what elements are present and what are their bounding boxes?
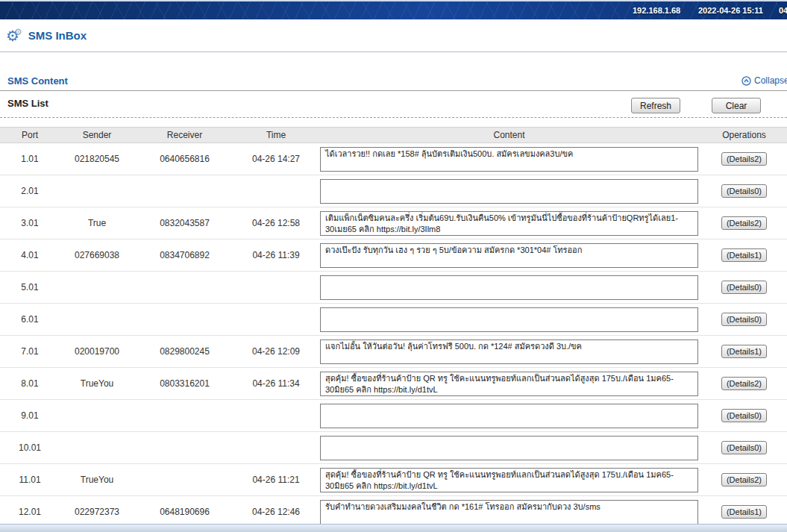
topbar-datetime: 2022-04-26 15:11 <box>698 6 763 15</box>
table-row: 9.01 (Details0) <box>0 400 787 432</box>
table-row: 6.01 (Details0) <box>0 304 787 336</box>
table-row: 8.01 TrueYou 0803316201 04-26 11:34 สุดค… <box>0 368 787 400</box>
cell-port: 12.01 <box>0 507 60 517</box>
cell-time: 04-26 12:46 <box>235 507 317 517</box>
col-header-operations: Operations <box>701 130 787 140</box>
cell-operations: (Details1) <box>701 248 787 262</box>
cell-operations: (Details2) <box>701 377 787 390</box>
details-button[interactable]: (Details0) <box>721 313 767 326</box>
cell-content <box>317 404 701 428</box>
cell-port: 8.01 <box>0 378 60 389</box>
device-ip: 192.168.1.68 <box>633 6 680 15</box>
details-button[interactable]: (Details0) <box>721 281 767 294</box>
cell-content: ดวงเป๊ะปัง รับทุกวัน เฮง ๆ รวย ๆ 5บ/ข้อค… <box>317 243 701 268</box>
cell-port: 9.01 <box>0 410 60 421</box>
details-button[interactable]: (Details1) <box>721 248 767 262</box>
col-header-sender: Sender <box>60 130 134 140</box>
details-button[interactable]: (Details0) <box>721 441 767 454</box>
cell-content: เติมแพ็กเน็ตซิมคนละครึ่ง เริ่มต้น69บ.รับ… <box>317 211 701 236</box>
clear-button[interactable]: Clear <box>712 98 761 113</box>
details-button[interactable]: (Details0) <box>721 409 767 422</box>
details-button[interactable]: (Details2) <box>721 216 767 230</box>
sms-list-title: SMS List <box>7 98 48 109</box>
cell-port: 10.01 <box>0 442 60 453</box>
sms-table-header: Port Sender Receiver Time Content Operat… <box>0 127 787 143</box>
details-button[interactable]: (Details0) <box>721 184 767 198</box>
cell-receiver: 0648190696 <box>134 507 235 517</box>
refresh-button[interactable]: Refresh <box>631 98 680 113</box>
cell-sender: TrueYou <box>60 475 134 485</box>
cell-time: 04-26 12:09 <box>235 346 317 357</box>
table-row: 1.01 021820545 0640656816 04-26 14:27 ได… <box>0 143 787 175</box>
cell-receiver: 0832043587 <box>134 218 235 228</box>
cell-sender: 022972373 <box>60 507 134 517</box>
cell-operations: (Details0) <box>701 184 787 198</box>
sms-content-box: สุดคุ้ม! ซื้อของที่ร้านค้าป้าย QR ทรู ใช… <box>320 372 698 396</box>
cell-port: 11.01 <box>0 475 60 485</box>
cell-operations: (Details2) <box>701 473 787 486</box>
col-header-receiver: Receiver <box>134 130 235 140</box>
cell-time: 04-26 11:34 <box>235 378 317 389</box>
page-title: SMS InBox <box>28 29 87 42</box>
col-header-port: Port <box>0 130 60 140</box>
collapse-circle-up-icon <box>741 76 751 86</box>
cell-sender: 027669038 <box>60 250 134 260</box>
details-button[interactable]: (Details1) <box>721 505 767 519</box>
sms-list-toolbar: SMS List Refresh Clear <box>0 91 787 118</box>
table-row: 4.01 027669038 0834706892 04-26 11:39 ดว… <box>0 240 787 272</box>
sms-content-box: แจกไม่อั้น ให้วันต่อวัน! ลุ้นค่าโทรฟรี 5… <box>320 339 698 364</box>
cell-time: 04-26 12:58 <box>235 218 317 228</box>
cell-port: 7.01 <box>0 346 60 357</box>
topbar-clipped-text: 04 <box>779 6 787 15</box>
topbar: 192.168.1.68 2022-04-26 15:11 04 <box>0 0 787 19</box>
cell-content <box>317 436 701 460</box>
cell-content: รับคำทำนายดวงเสริมมงคลในชีวิต กด *161# โ… <box>317 500 701 525</box>
cell-sender: 021820545 <box>60 154 134 164</box>
sms-table: Port Sender Receiver Time Content Operat… <box>0 127 787 528</box>
cell-port: 5.01 <box>0 282 60 292</box>
cell-operations: (Details1) <box>701 345 787 358</box>
cell-operations: (Details0) <box>701 441 787 454</box>
table-row: 5.01 (Details0) <box>0 272 787 304</box>
cell-receiver: 0640656816 <box>134 154 235 164</box>
details-button[interactable]: (Details2) <box>721 473 767 486</box>
sms-content-box <box>320 307 698 332</box>
collapse-link[interactable]: Collapse <box>741 75 787 86</box>
page-header: ⚙⚙ SMS InBox <box>0 19 787 52</box>
cell-content: สุดคุ้ม! ซื้อของที่ร้านค้าป้าย QR ทรู ใช… <box>317 468 701 492</box>
details-button[interactable]: (Details2) <box>721 152 767 166</box>
cell-sender: TrueYou <box>60 378 134 389</box>
table-row: 3.01 True 0832043587 04-26 12:58 เติมแพ็… <box>0 207 787 240</box>
cell-operations: (Details0) <box>701 313 787 326</box>
cell-port: 3.01 <box>0 218 60 228</box>
sms-content-title: SMS Content <box>7 75 68 87</box>
cell-content <box>317 307 701 332</box>
cell-port: 2.01 <box>0 186 60 196</box>
cell-receiver: 0803316201 <box>134 378 235 389</box>
cell-port: 4.01 <box>0 250 60 260</box>
sms-content-section-header: SMS Content Collapse <box>0 74 787 91</box>
cell-operations: (Details0) <box>701 409 787 422</box>
col-header-content: Content <box>317 130 701 140</box>
sms-table-body: 1.01 021820545 0640656816 04-26 14:27 ได… <box>0 143 787 528</box>
cell-time: 04-26 11:39 <box>235 250 317 260</box>
table-row: 7.01 020019700 0829800245 04-26 12:09 แจ… <box>0 336 787 368</box>
sms-content-box <box>320 436 698 460</box>
cell-operations: (Details1) <box>701 505 787 519</box>
sms-content-box: ได้เวลารวย!! กดเลย *158# ลุ้นบัตรเติมเงิ… <box>320 147 698 172</box>
details-button[interactable]: (Details1) <box>721 345 767 358</box>
cell-content: สุดคุ้ม! ซื้อของที่ร้านค้าป้าย QR ทรู ใช… <box>317 372 701 396</box>
cell-port: 6.01 <box>0 314 60 325</box>
table-row: 2.01 (Details0) <box>0 175 787 207</box>
list-buttons: Refresh Clear <box>631 98 761 113</box>
sms-content-box <box>320 275 698 300</box>
sms-content-box: ดวงเป๊ะปัง รับทุกวัน เฮง ๆ รวย ๆ 5บ/ข้อค… <box>320 243 698 268</box>
cell-port: 1.01 <box>0 154 60 164</box>
cell-operations: (Details2) <box>701 152 787 166</box>
cell-time: 04-26 14:27 <box>235 154 317 164</box>
cell-sender: 020019700 <box>60 346 134 357</box>
gear-small-icon: ⚙ <box>14 27 22 37</box>
details-button[interactable]: (Details2) <box>721 377 767 390</box>
sms-content-box: เติมแพ็กเน็ตซิมคนละครึ่ง เริ่มต้น69บ.รับ… <box>320 211 698 236</box>
sms-content-box <box>320 179 698 204</box>
